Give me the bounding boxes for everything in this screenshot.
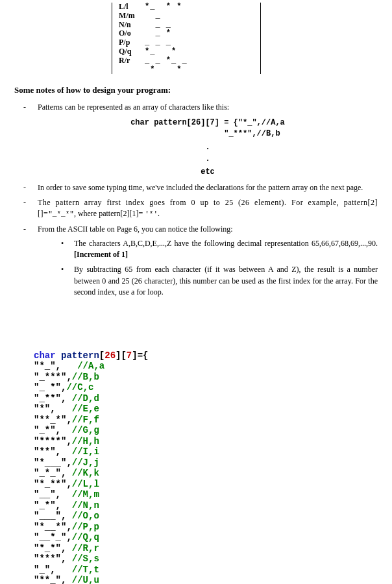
pattern-table-fragment: L/l*_ * *M/m _N/n _ _O/o _ *P/p_ _ _Q/q*… <box>112 3 261 74</box>
brace-open: ]={ <box>132 350 148 361</box>
code-snippet-pattern-decl: char pattern[26][7] = {"*_",//A,a "_***"… <box>38 117 378 140</box>
row-pattern: * * <box>145 66 254 75</box>
bullet-index-range: The pattern array first index goes from … <box>23 197 378 220</box>
subbullet-subtract-65: By subtracting 65 from each character (i… <box>61 264 378 298</box>
bullet-text: Patterns can be represented as an array … <box>38 103 229 112</box>
row-pattern: _ _ _ <box>145 38 254 47</box>
subbullet-decimal-repr: The characters A,B,C,D,E,...,Z have the … <box>61 238 378 261</box>
b3b: , where pattern[2][1]= <box>74 209 145 218</box>
decl-mid: pattern[26][7] = { <box>149 118 238 127</box>
table-row: O/o _ * <box>119 29 254 38</box>
bullet-ascii-note: From the ASCII table on Page 6, you can … <box>23 224 378 298</box>
row-pattern: _ _ <box>145 21 254 30</box>
section-title-notes: Some notes of how to design your program… <box>14 84 378 97</box>
code-block-pattern-array: char pattern[26][7]={ "*_", //A,a "_***"… <box>34 350 378 584</box>
kw-char: char <box>34 350 56 361</box>
table-row: * * <box>119 66 254 75</box>
row-pattern: _ <box>145 12 254 21</box>
row-label: R/r <box>119 56 145 66</box>
dim-7: 7 <box>127 350 132 361</box>
row-pattern: *_ * <box>145 47 254 56</box>
table-row: R/r_ _ *_ _ <box>119 56 254 66</box>
row-label: N/n <box>119 21 145 30</box>
ident-pattern: pattern <box>56 350 99 361</box>
table-row: L/l*_ * * <box>119 3 254 12</box>
decl-end: ,//A,a <box>257 118 285 127</box>
row-label: L/l <box>119 3 145 12</box>
bullet-patterns-array: Patterns can be represented as an array … <box>23 102 378 178</box>
table-row: M/m _ <box>119 12 254 21</box>
b3-code2: '*' <box>145 210 158 218</box>
table-row: Q/q*_ * <box>119 47 254 56</box>
row-pattern: *_ * * <box>145 3 254 12</box>
row-label: Q/q <box>119 47 145 56</box>
b3-code1: "_*_*" <box>48 210 74 218</box>
ellipsis-dot: . <box>38 154 378 165</box>
sub1-bold: [Increment of 1] <box>74 250 128 259</box>
b4-text: From the ASCII table on Page 6, you can … <box>38 225 233 234</box>
b3c: . <box>158 209 160 218</box>
sub1-text: The characters A,B,C,D,E,...,Z have the … <box>74 239 378 248</box>
table-row: N/n _ _ <box>119 21 254 30</box>
row-pattern: _ * <box>145 29 254 38</box>
dim-26: 26 <box>104 350 116 361</box>
table-row: P/p_ _ _ <box>119 38 254 47</box>
row-label: O/o <box>119 29 145 38</box>
kw-char: char <box>130 118 149 127</box>
row-pattern: _ _ *_ _ <box>145 56 254 66</box>
row-label <box>119 66 145 75</box>
decl-row2: "_***",//B,b <box>130 129 280 138</box>
etc-label: etc <box>201 167 215 176</box>
bullet-declarations-next-page: In order to save some typing time, we've… <box>23 182 378 193</box>
ellipsis-dot: . <box>38 142 378 153</box>
row-label: P/p <box>119 38 145 47</box>
row-label: M/m <box>119 12 145 21</box>
